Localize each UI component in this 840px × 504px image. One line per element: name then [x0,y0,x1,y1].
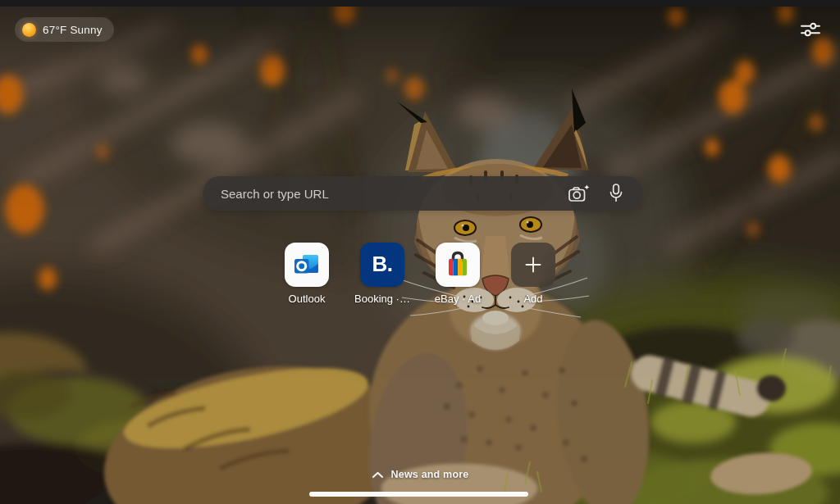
sun-icon [22,23,36,37]
add-tile[interactable] [511,243,555,287]
microphone-icon [609,183,623,204]
booking-monogram: B. [372,253,393,277]
shortcut-ebay-ad[interactable]: eBay · Ad [425,243,491,305]
shortcut-label: Booking ·… [354,293,410,305]
camera-lens-icon [568,184,590,204]
camera-search-button[interactable] [563,176,594,211]
shortcut-label: eBay · Ad [435,293,481,305]
shortcut-label: Add [523,293,542,305]
ebay-bag-icon [441,248,474,281]
weather-label: 67°F Sunny [43,24,103,36]
plus-icon [523,254,544,275]
browser-new-tab-screen: 67°F Sunny [0,0,840,504]
search-bar-icons [563,176,643,211]
news-and-more-toggle[interactable]: News and more [0,467,840,482]
sliders-icon [800,21,821,38]
search-input[interactable] [219,186,563,202]
home-indicator[interactable] [309,492,528,497]
booking-tile[interactable]: B. [360,243,404,287]
window-top-bar [0,0,840,7]
outlook-icon [293,252,321,278]
customize-button[interactable] [797,19,824,40]
weather-widget[interactable]: 67°F Sunny [15,17,114,42]
outlook-tile[interactable] [285,243,329,287]
shortcut-outlook[interactable]: Outlook [274,243,340,305]
shortcut-add[interactable]: Add [500,243,566,305]
shortcut-label: Outlook [289,293,326,305]
news-label: News and more [391,469,469,480]
shortcut-booking[interactable]: B. Booking ·… [349,243,415,305]
voice-search-button[interactable] [600,176,632,211]
chevron-up-icon [372,471,384,479]
search-bar[interactable] [203,176,643,211]
ebay-tile[interactable] [436,243,480,287]
shortcuts-row: Outlook B. Booking ·… [274,243,566,305]
